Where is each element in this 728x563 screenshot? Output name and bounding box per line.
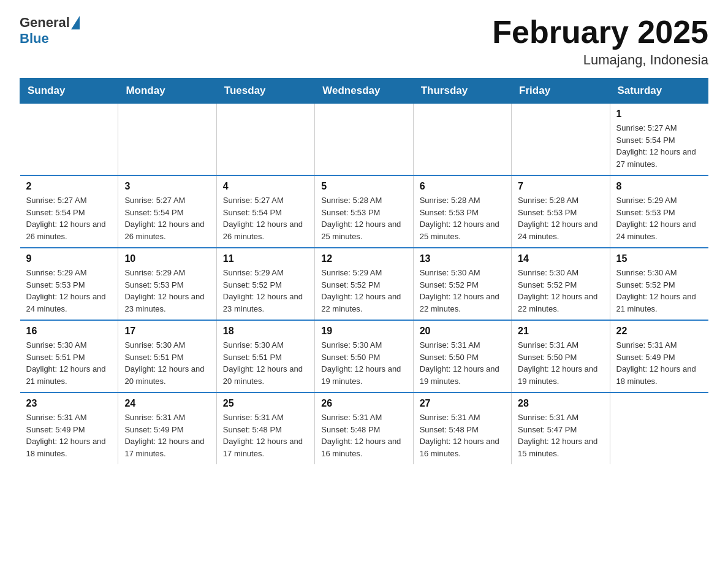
weekday-header-sunday: Sunday — [20, 79, 118, 104]
day-number: 18 — [223, 326, 308, 337]
weekday-header-monday: Monday — [118, 79, 216, 104]
day-info: Sunrise: 5:27 AMSunset: 5:54 PMDaylight:… — [26, 194, 112, 242]
week-row-1: 1Sunrise: 5:27 AMSunset: 5:54 PMDaylight… — [20, 104, 708, 176]
logo-blue-text: Blue — [20, 31, 49, 46]
day-number: 2 — [26, 181, 112, 192]
week-row-5: 23Sunrise: 5:31 AMSunset: 5:49 PMDayligh… — [20, 393, 708, 464]
title-block: February 2025 Lumajang, Indonesia — [492, 15, 708, 68]
calendar-cell: 9Sunrise: 5:29 AMSunset: 5:53 PMDaylight… — [20, 248, 118, 320]
calendar-cell — [610, 393, 708, 464]
day-info: Sunrise: 5:31 AMSunset: 5:49 PMDaylight:… — [26, 412, 112, 459]
calendar-cell: 16Sunrise: 5:30 AMSunset: 5:51 PMDayligh… — [20, 320, 118, 393]
day-number: 1 — [616, 109, 702, 120]
calendar-cell: 23Sunrise: 5:31 AMSunset: 5:49 PMDayligh… — [20, 393, 118, 464]
day-info: Sunrise: 5:31 AMSunset: 5:48 PMDaylight:… — [321, 412, 406, 459]
weekday-header-thursday: Thursday — [413, 79, 511, 104]
calendar-cell: 14Sunrise: 5:30 AMSunset: 5:52 PMDayligh… — [512, 248, 610, 320]
day-info: Sunrise: 5:30 AMSunset: 5:52 PMDaylight:… — [616, 267, 702, 315]
calendar-cell: 10Sunrise: 5:29 AMSunset: 5:53 PMDayligh… — [118, 248, 216, 320]
day-number: 13 — [420, 253, 505, 264]
calendar-table: SundayMondayTuesdayWednesdayThursdayFrid… — [20, 78, 708, 464]
calendar-cell — [512, 104, 610, 176]
calendar-cell: 19Sunrise: 5:30 AMSunset: 5:50 PMDayligh… — [315, 320, 413, 393]
day-number: 24 — [124, 398, 210, 409]
calendar-cell: 12Sunrise: 5:29 AMSunset: 5:52 PMDayligh… — [315, 248, 413, 320]
day-number: 4 — [223, 181, 308, 192]
weekday-header-row: SundayMondayTuesdayWednesdayThursdayFrid… — [20, 79, 708, 104]
day-info: Sunrise: 5:29 AMSunset: 5:52 PMDaylight:… — [321, 267, 406, 315]
day-info: Sunrise: 5:30 AMSunset: 5:52 PMDaylight:… — [420, 267, 505, 315]
day-number: 23 — [26, 398, 112, 409]
day-info: Sunrise: 5:31 AMSunset: 5:47 PMDaylight:… — [518, 412, 603, 459]
day-info: Sunrise: 5:28 AMSunset: 5:53 PMDaylight:… — [518, 194, 603, 242]
page-title: February 2025 — [492, 15, 708, 50]
calendar-cell: 8Sunrise: 5:29 AMSunset: 5:53 PMDaylight… — [610, 175, 708, 248]
calendar-cell: 15Sunrise: 5:30 AMSunset: 5:52 PMDayligh… — [610, 248, 708, 320]
day-number: 3 — [124, 181, 210, 192]
day-info: Sunrise: 5:28 AMSunset: 5:53 PMDaylight:… — [420, 194, 505, 242]
week-row-2: 2Sunrise: 5:27 AMSunset: 5:54 PMDaylight… — [20, 175, 708, 248]
day-number: 8 — [616, 181, 702, 192]
day-info: Sunrise: 5:30 AMSunset: 5:51 PMDaylight:… — [124, 339, 210, 387]
calendar-cell: 1Sunrise: 5:27 AMSunset: 5:54 PMDaylight… — [610, 104, 708, 176]
day-info: Sunrise: 5:27 AMSunset: 5:54 PMDaylight:… — [124, 194, 210, 242]
day-info: Sunrise: 5:31 AMSunset: 5:48 PMDaylight:… — [420, 412, 505, 459]
day-info: Sunrise: 5:30 AMSunset: 5:51 PMDaylight:… — [223, 339, 308, 387]
calendar-cell: 5Sunrise: 5:28 AMSunset: 5:53 PMDaylight… — [315, 175, 413, 248]
calendar-cell: 3Sunrise: 5:27 AMSunset: 5:54 PMDaylight… — [118, 175, 216, 248]
day-number: 10 — [124, 253, 210, 264]
day-number: 20 — [420, 326, 505, 337]
weekday-header-wednesday: Wednesday — [315, 79, 413, 104]
calendar-cell: 6Sunrise: 5:28 AMSunset: 5:53 PMDaylight… — [413, 175, 511, 248]
calendar-cell: 25Sunrise: 5:31 AMSunset: 5:48 PMDayligh… — [216, 393, 314, 464]
logo: General Blue — [20, 15, 80, 47]
calendar-cell — [118, 104, 216, 176]
day-info: Sunrise: 5:31 AMSunset: 5:50 PMDaylight:… — [420, 339, 505, 387]
day-number: 21 — [518, 326, 603, 337]
week-row-3: 9Sunrise: 5:29 AMSunset: 5:53 PMDaylight… — [20, 248, 708, 320]
week-row-4: 16Sunrise: 5:30 AMSunset: 5:51 PMDayligh… — [20, 320, 708, 393]
day-number: 14 — [518, 253, 603, 264]
calendar-cell: 22Sunrise: 5:31 AMSunset: 5:49 PMDayligh… — [610, 320, 708, 393]
calendar-cell: 27Sunrise: 5:31 AMSunset: 5:48 PMDayligh… — [413, 393, 511, 464]
calendar-cell — [315, 104, 413, 176]
calendar-cell: 4Sunrise: 5:27 AMSunset: 5:54 PMDaylight… — [216, 175, 314, 248]
day-info: Sunrise: 5:31 AMSunset: 5:49 PMDaylight:… — [124, 412, 210, 459]
day-info: Sunrise: 5:30 AMSunset: 5:51 PMDaylight:… — [26, 339, 112, 387]
day-number: 25 — [223, 398, 308, 409]
day-info: Sunrise: 5:30 AMSunset: 5:52 PMDaylight:… — [518, 267, 603, 315]
calendar-cell: 2Sunrise: 5:27 AMSunset: 5:54 PMDaylight… — [20, 175, 118, 248]
logo-general-text: General — [20, 15, 70, 31]
day-number: 27 — [420, 398, 505, 409]
day-number: 17 — [124, 326, 210, 337]
page-header: General Blue February 2025 Lumajang, Ind… — [20, 15, 708, 68]
calendar-cell: 20Sunrise: 5:31 AMSunset: 5:50 PMDayligh… — [413, 320, 511, 393]
day-number: 26 — [321, 398, 406, 409]
day-info: Sunrise: 5:27 AMSunset: 5:54 PMDaylight:… — [616, 122, 702, 170]
calendar-cell: 21Sunrise: 5:31 AMSunset: 5:50 PMDayligh… — [512, 320, 610, 393]
day-info: Sunrise: 5:31 AMSunset: 5:49 PMDaylight:… — [616, 339, 702, 387]
day-info: Sunrise: 5:28 AMSunset: 5:53 PMDaylight:… — [321, 194, 406, 242]
day-number: 16 — [26, 326, 112, 337]
calendar-cell: 13Sunrise: 5:30 AMSunset: 5:52 PMDayligh… — [413, 248, 511, 320]
calendar-cell: 28Sunrise: 5:31 AMSunset: 5:47 PMDayligh… — [512, 393, 610, 464]
weekday-header-friday: Friday — [512, 79, 610, 104]
weekday-header-tuesday: Tuesday — [216, 79, 314, 104]
day-number: 6 — [420, 181, 505, 192]
weekday-header-saturday: Saturday — [610, 79, 708, 104]
day-number: 9 — [26, 253, 112, 264]
calendar-cell — [20, 104, 118, 176]
day-number: 7 — [518, 181, 603, 192]
day-info: Sunrise: 5:29 AMSunset: 5:53 PMDaylight:… — [124, 267, 210, 315]
day-info: Sunrise: 5:31 AMSunset: 5:50 PMDaylight:… — [518, 339, 603, 387]
day-number: 5 — [321, 181, 406, 192]
calendar-cell: 26Sunrise: 5:31 AMSunset: 5:48 PMDayligh… — [315, 393, 413, 464]
logo-triangle-icon — [71, 16, 80, 29]
day-info: Sunrise: 5:29 AMSunset: 5:52 PMDaylight:… — [223, 267, 308, 315]
calendar-cell — [413, 104, 511, 176]
day-number: 15 — [616, 253, 702, 264]
day-info: Sunrise: 5:31 AMSunset: 5:48 PMDaylight:… — [223, 412, 308, 459]
day-info: Sunrise: 5:27 AMSunset: 5:54 PMDaylight:… — [223, 194, 308, 242]
calendar-cell: 17Sunrise: 5:30 AMSunset: 5:51 PMDayligh… — [118, 320, 216, 393]
day-info: Sunrise: 5:30 AMSunset: 5:50 PMDaylight:… — [321, 339, 406, 387]
